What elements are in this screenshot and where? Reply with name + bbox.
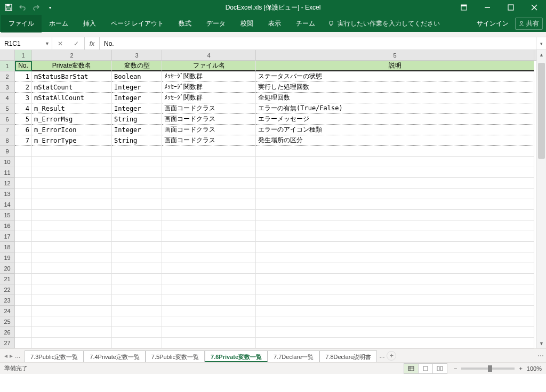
cell[interactable]: ﾒｯｾｰｼﾞ関数群 — [162, 71, 256, 82]
table-header-cell[interactable]: 説明 — [256, 61, 534, 71]
cell[interactable] — [162, 220, 256, 231]
cell[interactable] — [162, 295, 256, 306]
select-all-corner[interactable] — [0, 50, 15, 61]
cell[interactable] — [32, 231, 112, 242]
cells-area[interactable]: No.Private変数名変数の型ファイル名説明1mStatusBarStatB… — [15, 61, 536, 348]
cell[interactable] — [256, 274, 534, 284]
cell[interactable]: m_ErrorIcon — [32, 125, 112, 135]
cell[interactable] — [32, 146, 112, 157]
cell[interactable] — [32, 316, 112, 327]
cell[interactable]: String — [112, 135, 162, 146]
zoom-in-button[interactable]: + — [519, 365, 522, 372]
cell[interactable] — [32, 327, 112, 338]
column-header[interactable]: 2 — [32, 50, 112, 60]
cell[interactable]: mStatCount — [32, 82, 112, 93]
cell[interactable] — [162, 210, 256, 220]
row-header[interactable]: 18 — [0, 242, 14, 252]
row-header[interactable]: 16 — [0, 220, 14, 231]
cell[interactable] — [15, 157, 32, 167]
cell[interactable] — [162, 306, 256, 316]
table-header-cell[interactable]: Private変数名 — [32, 61, 112, 71]
row-header[interactable]: 15 — [0, 210, 14, 220]
cell[interactable] — [162, 263, 256, 274]
first-sheet-icon[interactable]: ◂ — [4, 352, 7, 360]
sheet-tab[interactable]: 7.5Public変数一覧 — [146, 350, 205, 362]
minimize-button[interactable] — [476, 0, 499, 15]
sheet-tab[interactable]: 7.6Private変数一覧 — [205, 350, 268, 362]
cell[interactable]: m_ErrorType — [32, 135, 112, 146]
sheet-tab[interactable]: 7.3Public定数一覧 — [25, 350, 84, 362]
ribbon-tab[interactable]: ページ レイアウト — [103, 15, 171, 32]
cell[interactable] — [112, 242, 162, 252]
ribbon-tab[interactable]: チーム — [288, 15, 323, 32]
cell[interactable] — [32, 220, 112, 231]
row-header[interactable]: 5 — [0, 103, 14, 114]
cell[interactable] — [15, 284, 32, 295]
ribbon-tab[interactable]: ホーム — [42, 15, 76, 32]
cell[interactable] — [256, 252, 534, 263]
cell[interactable] — [112, 306, 162, 316]
cell[interactable] — [112, 146, 162, 157]
cell[interactable]: 実行した処理回数 — [256, 82, 534, 93]
cell[interactable] — [32, 167, 112, 178]
cell[interactable] — [112, 316, 162, 327]
cell[interactable] — [256, 146, 534, 157]
cell[interactable] — [32, 199, 112, 210]
cell[interactable] — [256, 199, 534, 210]
cell[interactable] — [32, 252, 112, 263]
cell[interactable] — [112, 231, 162, 242]
cell[interactable] — [15, 210, 32, 220]
cell[interactable] — [15, 242, 32, 252]
row-header[interactable]: 11 — [0, 167, 14, 178]
cell[interactable] — [15, 199, 32, 210]
cell[interactable] — [256, 189, 534, 199]
cell[interactable] — [256, 157, 534, 167]
cell[interactable] — [256, 210, 534, 220]
cell[interactable] — [256, 220, 534, 231]
cell[interactable] — [32, 157, 112, 167]
cell[interactable] — [162, 284, 256, 295]
column-header[interactable]: 1 — [15, 50, 32, 60]
sign-in-link[interactable]: サインイン — [477, 19, 509, 28]
row-header[interactable]: 13 — [0, 189, 14, 199]
cell[interactable] — [256, 295, 534, 306]
expand-formula-bar-icon[interactable]: ▾ — [536, 37, 546, 50]
ribbon-tab[interactable]: データ — [199, 15, 233, 32]
cell[interactable] — [162, 146, 256, 157]
page-break-view-button[interactable] — [432, 363, 447, 374]
cell[interactable] — [32, 284, 112, 295]
cell[interactable] — [162, 178, 256, 189]
row-header[interactable]: 19 — [0, 252, 14, 263]
cell[interactable] — [15, 146, 32, 157]
page-layout-view-button[interactable] — [418, 363, 433, 374]
cell[interactable]: Integer — [112, 125, 162, 135]
cell[interactable]: String — [112, 114, 162, 125]
table-header-cell[interactable]: ファイル名 — [162, 61, 256, 71]
row-header[interactable]: 12 — [0, 178, 14, 189]
cancel-formula-icon[interactable]: ✕ — [52, 40, 68, 47]
cell[interactable] — [112, 220, 162, 231]
cell[interactable]: ﾒｯｾｰｼﾞ関数群 — [162, 82, 256, 93]
add-sheet-button[interactable]: + — [387, 351, 396, 361]
ribbon-tab[interactable]: 挿入 — [76, 15, 103, 32]
table-header-cell[interactable]: No. — [15, 61, 32, 71]
sheet-tab[interactable]: 7.4Private定数一覧 — [84, 350, 146, 362]
cell[interactable] — [15, 252, 32, 263]
cell[interactable]: ﾒｯｾｰｼﾞ関数群 — [162, 93, 256, 103]
row-header[interactable]: 17 — [0, 231, 14, 242]
cell[interactable] — [15, 178, 32, 189]
scroll-down-icon[interactable]: ▼ — [537, 339, 546, 348]
cell[interactable] — [15, 306, 32, 316]
cell[interactable]: m_ErrorMsg — [32, 114, 112, 125]
cell[interactable] — [32, 274, 112, 284]
cell[interactable] — [15, 231, 32, 242]
cell[interactable]: エラーのアイコン種類 — [256, 125, 534, 135]
row-header[interactable]: 1 — [0, 61, 14, 71]
ribbon-tab[interactable]: 表示 — [261, 15, 288, 32]
row-header[interactable]: 22 — [0, 284, 14, 295]
formula-bar[interactable]: No. — [100, 37, 536, 50]
qat-customize-icon[interactable]: ▾ — [46, 3, 54, 12]
cell[interactable] — [162, 252, 256, 263]
cell[interactable] — [15, 295, 32, 306]
next-sheet-icon[interactable]: ▸ — [10, 352, 13, 360]
